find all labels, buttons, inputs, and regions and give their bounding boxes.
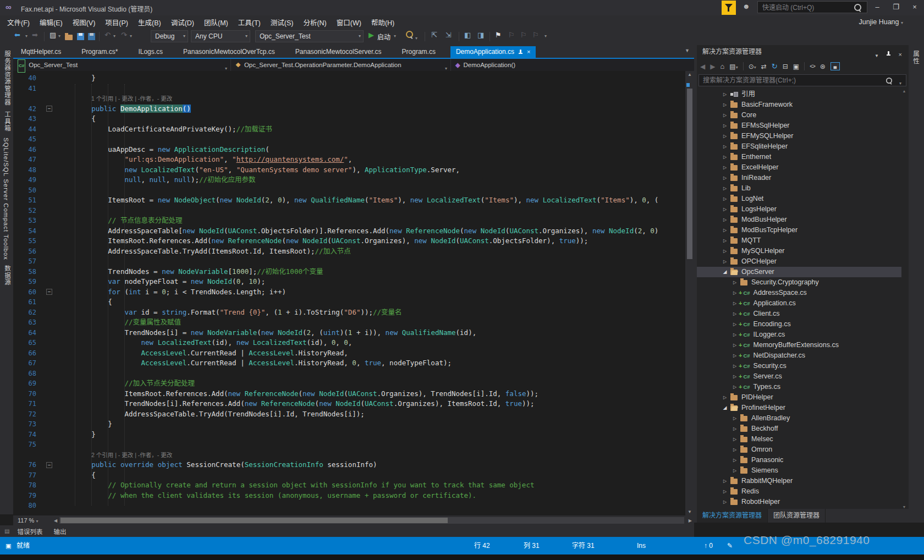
undo-chevron-icon[interactable]: ▾ xyxy=(113,34,116,39)
feedback-icon[interactable]: ☻ xyxy=(743,2,750,10)
code-line[interactable]: 60− for (int i = 0; i < TrendNodes.Lengt… xyxy=(13,287,685,298)
collapsed-arrow-icon[interactable]: ▷ xyxy=(721,215,729,225)
start-button[interactable]: 启动 xyxy=(377,32,391,41)
tree-item[interactable]: ▷Panasonic xyxy=(697,455,901,465)
codelens-info[interactable]: 2 个引用 | - 更改 | -作者，- 更改 xyxy=(58,450,685,460)
tree-item[interactable]: ▷+C#Security.cs xyxy=(697,361,901,371)
scroll-right-icon[interactable]: ▶ xyxy=(686,518,694,523)
tree-item[interactable]: ▷+C#Server.cs xyxy=(697,371,901,382)
collapsed-arrow-icon[interactable]: ▷ xyxy=(721,162,729,173)
document-tab[interactable]: MqttHelper.cs xyxy=(15,46,67,58)
code-line[interactable]: 44 LoadCertificateAndPrivateKey();//加载证书 xyxy=(13,124,685,135)
switch-views-icon[interactable]: ▤▾ xyxy=(729,63,738,70)
menu-item[interactable]: 帮助(H) xyxy=(366,17,399,28)
configuration-dropdown[interactable]: Debug▾ xyxy=(151,30,188,42)
navigate-back-icon[interactable]: ⬅ xyxy=(14,31,20,39)
tree-item[interactable]: ▷+C#AddressSpace.cs xyxy=(697,288,901,298)
menu-item[interactable]: 生成(B) xyxy=(133,17,166,28)
code-line[interactable]: 77 { xyxy=(13,470,685,481)
collapsed-arrow-icon[interactable]: ▷ xyxy=(731,288,739,298)
platform-dropdown[interactable]: Any CPU▾ xyxy=(191,30,250,42)
collapsed-arrow-icon[interactable]: ▷ xyxy=(731,455,739,465)
se-home-icon[interactable]: ⌂ xyxy=(720,62,724,70)
solution-explorer-header[interactable]: 解决方案资源管理器 ▼ × xyxy=(697,45,909,58)
collapsed-arrow-icon[interactable]: ▷ xyxy=(731,309,739,319)
collapsed-arrow-icon[interactable]: ▷ xyxy=(721,476,729,486)
tree-item[interactable]: ▷LogsHelper xyxy=(697,204,901,215)
tree-item[interactable]: ▷+C#ILogger.cs xyxy=(697,330,901,340)
pending-changes-filter-icon[interactable]: ⊙▾ xyxy=(749,63,756,70)
show-all-files-icon[interactable]: ▣ xyxy=(793,63,799,70)
member-dropdown[interactable]: ◆DemoApplication() xyxy=(451,59,694,71)
tree-item[interactable]: ▷Core xyxy=(697,110,901,120)
code-line[interactable]: 56 AddressSpaceTable.TryAdd(ItemsRoot.Id… xyxy=(13,246,685,257)
collapsed-arrow-icon[interactable]: ▷ xyxy=(731,277,739,288)
quick-launch-input[interactable]: 快速启动 (Ctrl+Q) xyxy=(757,1,867,13)
code-line[interactable]: 41 xyxy=(13,84,685,94)
collapsed-arrow-icon[interactable]: ▷ xyxy=(721,256,729,267)
minimize-button[interactable]: – xyxy=(868,0,887,14)
menu-item[interactable]: 编辑(E) xyxy=(35,17,68,28)
collapsed-arrow-icon[interactable]: ▷ xyxy=(731,444,739,455)
right-vertical-tab[interactable]: 属性 xyxy=(911,51,920,64)
zoom-level-dropdown[interactable]: 117 % ▾ xyxy=(13,517,52,524)
left-vertical-tab[interactable]: SQLite/SQL Server Compact Toolbox xyxy=(3,138,9,260)
collapsed-arrow-icon[interactable]: ▷ xyxy=(731,361,739,371)
code-line[interactable]: 42− public DemoApplication() xyxy=(13,104,685,114)
sync-commits-indicator[interactable]: ↑ 0 xyxy=(704,537,713,554)
filter-notification-icon[interactable] xyxy=(722,1,736,15)
horizontal-scrollbar[interactable] xyxy=(59,517,684,524)
tree-item[interactable]: ▷Enthernet xyxy=(697,152,901,162)
close-button[interactable]: × xyxy=(905,0,924,14)
collapsed-arrow-icon[interactable]: ▷ xyxy=(731,330,739,340)
code-line[interactable]: 66 AccessLevel.CurrentRead | AccessLevel… xyxy=(13,348,685,359)
tree-item[interactable]: ▷Melsec xyxy=(697,434,901,444)
collapsed-arrow-icon[interactable]: ▷ xyxy=(721,204,729,215)
navigate-cursor-back-icon[interactable]: ⇱ xyxy=(431,31,437,39)
tree-item[interactable]: ▷Security.Cryptography xyxy=(697,277,901,288)
next-bookmark-icon[interactable]: ⚐ xyxy=(520,31,527,39)
panel-tab[interactable]: 错误列表 xyxy=(12,527,48,536)
tree-item[interactable]: ▷Beckhoff xyxy=(697,424,901,434)
back-chevron-icon[interactable]: ▾ xyxy=(25,34,28,39)
code-line[interactable]: 50 xyxy=(13,185,685,196)
increase-indent-icon[interactable]: ◨ xyxy=(477,31,484,39)
code-line[interactable]: 73 } xyxy=(13,419,685,430)
expanded-arrow-icon[interactable]: ◢ xyxy=(721,267,729,277)
status-column[interactable]: 列 31 xyxy=(524,537,540,554)
tree-item[interactable]: ▷引用 xyxy=(697,89,901,100)
collapsed-arrow-icon[interactable]: ▷ xyxy=(721,235,729,246)
code-line[interactable]: 52 xyxy=(13,206,685,216)
tree-item[interactable]: ▷+C#MemoryBufferExtensions.cs xyxy=(697,340,901,350)
code-line[interactable]: 71 TrendNodes[i].References.Add(new Refe… xyxy=(13,399,685,409)
panel-tab[interactable]: 输出 xyxy=(48,527,72,536)
save-icon[interactable] xyxy=(77,33,84,42)
code-line[interactable]: 47 "url:qs:DemoApplication", "http://qua… xyxy=(13,155,685,165)
new-chevron-icon[interactable]: ▾ xyxy=(58,34,61,39)
document-tab[interactable]: Program.cs* xyxy=(76,46,123,58)
find-chevron-icon[interactable]: ▾ xyxy=(415,36,417,41)
pencil-edit-icon[interactable]: ✎ xyxy=(727,537,733,554)
code-line[interactable]: 51 ItemsRoot = new NodeObject(new NodeId… xyxy=(13,195,685,206)
save-all-icon[interactable] xyxy=(88,33,95,42)
collapsed-arrow-icon[interactable]: ▷ xyxy=(721,131,729,141)
menu-item[interactable]: 工具(T) xyxy=(233,17,266,28)
clear-bookmarks-icon[interactable]: ⚐ xyxy=(532,31,539,39)
tree-item[interactable]: ▷RabbitMQHelper xyxy=(697,476,901,486)
document-list-chevron-icon[interactable]: ▼ xyxy=(685,48,690,53)
find-in-files-icon[interactable] xyxy=(406,31,413,40)
tree-item[interactable]: ▷LogNet xyxy=(697,194,901,204)
collapsed-arrow-icon[interactable]: ▷ xyxy=(721,173,729,183)
scrollbar-thumb[interactable] xyxy=(687,89,692,259)
collapsed-arrow-icon[interactable]: ▷ xyxy=(731,350,739,361)
tree-item[interactable]: ▷PIDHelper xyxy=(697,392,901,403)
code-line[interactable]: 57 xyxy=(13,256,685,267)
code-line[interactable]: 68 xyxy=(13,369,685,379)
collapsed-arrow-icon[interactable]: ▷ xyxy=(721,486,729,497)
document-tab[interactable]: DemoApplication.cs× xyxy=(450,46,536,58)
code-line[interactable]: 67 AccessLevel.CurrentRead | AccessLevel… xyxy=(13,358,685,369)
tree-item[interactable]: ▷AllenBradley xyxy=(697,413,901,424)
tree-scroll-up-icon[interactable]: ▲ xyxy=(901,89,908,93)
tree-scrollbar[interactable]: ▲ ▼ xyxy=(901,89,908,509)
collapsed-arrow-icon[interactable]: ▷ xyxy=(731,413,739,424)
